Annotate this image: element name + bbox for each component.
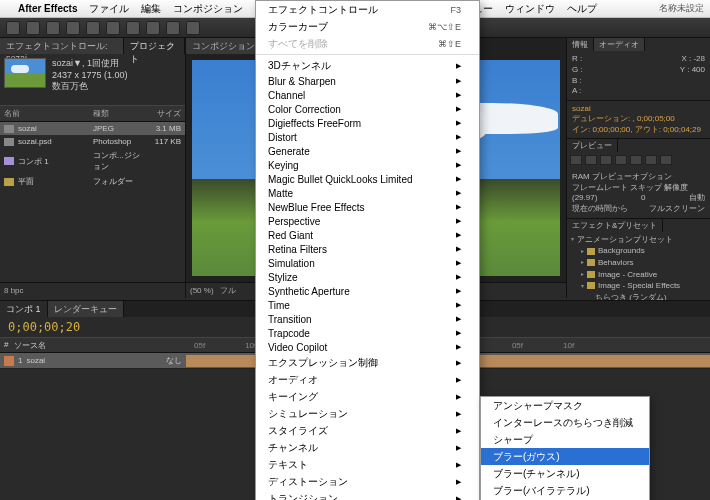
first-frame-button[interactable]: [570, 155, 582, 165]
tab-audio[interactable]: オーディオ: [594, 38, 645, 51]
tool-zoom[interactable]: [46, 21, 60, 35]
folder-icon: [587, 282, 595, 289]
app-name[interactable]: After Effects: [18, 3, 77, 14]
tab-effect-controls[interactable]: エフェクトコントロール: sozai: [0, 38, 124, 54]
menu-category[interactable]: ディストーション▶: [256, 473, 479, 490]
menu-category[interactable]: スタイライズ▶: [256, 422, 479, 439]
menu-category[interactable]: オーディオ▶: [256, 371, 479, 388]
res-dropdown[interactable]: フル: [220, 285, 236, 296]
project-row[interactable]: sozai JPEG 3.1 MB: [0, 122, 185, 135]
menu-edit[interactable]: 編集: [141, 2, 161, 16]
menu-composition[interactable]: コンポジション: [173, 2, 243, 16]
col-type[interactable]: 種類: [93, 108, 143, 119]
project-row[interactable]: sozai.psd Photoshop 117 KB: [0, 135, 185, 148]
blur-submenu: アンシャープマスクインターレースのちらつき削減シャープブラー(ガウス)ブラー(チ…: [480, 396, 650, 500]
menu-category[interactable]: Generate▶: [256, 144, 479, 158]
res-dropdown[interactable]: 自動: [689, 193, 705, 204]
tab-render-queue[interactable]: レンダーキュー: [48, 301, 124, 317]
fps-dropdown[interactable]: (29.97): [572, 193, 597, 204]
loop-button[interactable]: [645, 155, 657, 165]
menu-category[interactable]: Retina Filters▶: [256, 242, 479, 256]
menu-category[interactable]: 3Dチャンネル▶: [256, 57, 479, 74]
submenu-item[interactable]: アンシャープマスク: [481, 397, 649, 414]
tool-brush[interactable]: [186, 21, 200, 35]
menu-category[interactable]: Color Correction▶: [256, 102, 479, 116]
menu-category[interactable]: Perspective▶: [256, 214, 479, 228]
comp-tab-label: コンポジション:: [186, 38, 265, 54]
tab-effects-presets[interactable]: エフェクト&プリセット: [567, 219, 663, 232]
menu-item-effect-controls[interactable]: エフェクトコントロールF3: [256, 1, 479, 18]
jpeg-icon: [4, 125, 14, 133]
menu-category[interactable]: Distort▶: [256, 130, 479, 144]
col-size[interactable]: サイズ: [143, 108, 181, 119]
menu-category[interactable]: テキスト▶: [256, 456, 479, 473]
project-panel: エフェクトコントロール: sozai プロジェクト sozai▼, 1回使用 2…: [0, 38, 186, 298]
project-row[interactable]: 平面 フォルダー: [0, 174, 185, 189]
preset-folder[interactable]: Image - Creative: [571, 269, 706, 281]
preset-folder[interactable]: Image - Special Effects: [571, 280, 706, 292]
menu-window[interactable]: ウィンドウ: [505, 2, 555, 16]
menu-category[interactable]: Digieffects FreeForm▶: [256, 116, 479, 130]
tool-hand[interactable]: [26, 21, 40, 35]
bpc-button[interactable]: 8 bpc: [4, 286, 24, 295]
preset-folder[interactable]: アニメーションプリセット: [571, 234, 706, 246]
submenu-item[interactable]: インターレースのちらつき削減: [481, 414, 649, 431]
last-frame-button[interactable]: [630, 155, 642, 165]
folder-icon: [587, 248, 595, 255]
menu-category[interactable]: Red Giant▶: [256, 228, 479, 242]
submenu-item[interactable]: ブラー(バイラテラル): [481, 482, 649, 499]
menu-category[interactable]: Video Copilot▶: [256, 340, 479, 354]
info-duration: デュレーション: , 0;00;05;00: [572, 113, 705, 124]
menu-item-remove-all: すべてを削除⌘⇧E: [256, 35, 479, 52]
menu-category[interactable]: Magic Bullet QuickLooks Limited▶: [256, 172, 479, 186]
project-row[interactable]: コンポ 1 コンポ...ジション: [0, 148, 185, 174]
play-button[interactable]: [600, 155, 612, 165]
tab-project[interactable]: プロジェクト: [124, 38, 185, 54]
menu-category[interactable]: NewBlue Free Effects▶: [256, 200, 479, 214]
menu-category[interactable]: Matte▶: [256, 186, 479, 200]
skip-dropdown[interactable]: 0: [641, 193, 645, 204]
menu-item-color-curve[interactable]: カラーカーブ⌘⌥⇧E: [256, 18, 479, 35]
menu-file[interactable]: ファイル: [89, 2, 129, 16]
layer-color-swatch[interactable]: [4, 356, 14, 366]
menu-category[interactable]: キーイング▶: [256, 388, 479, 405]
menu-category[interactable]: Synthetic Aperture▶: [256, 284, 479, 298]
menu-category[interactable]: Blur & Sharpen▶: [256, 74, 479, 88]
menu-category[interactable]: Stylize▶: [256, 270, 479, 284]
tool-rotate[interactable]: [66, 21, 80, 35]
mute-button[interactable]: [660, 155, 672, 165]
menu-category[interactable]: シミュレーション▶: [256, 405, 479, 422]
tab-preview[interactable]: プレビュー: [567, 139, 618, 152]
info-inout: イン: 0;00;00;00, アウト: 0;00;04;29: [572, 124, 705, 135]
prev-frame-button[interactable]: [585, 155, 597, 165]
submenu-item[interactable]: ブラー(チャンネル): [481, 465, 649, 482]
submenu-item[interactable]: ブラー(ガウス): [481, 448, 649, 465]
menu-category[interactable]: エクスプレッション制御▶: [256, 354, 479, 371]
tab-comp1[interactable]: コンポ 1: [0, 301, 48, 317]
tool-shape[interactable]: [126, 21, 140, 35]
menu-category[interactable]: Channel▶: [256, 88, 479, 102]
next-frame-button[interactable]: [615, 155, 627, 165]
menu-help[interactable]: ヘルプ: [567, 2, 597, 16]
menu-category[interactable]: Trapcode▶: [256, 326, 479, 340]
asset-colors: 数百万色: [52, 81, 128, 93]
tool-selection[interactable]: [6, 21, 20, 35]
tool-text[interactable]: [166, 21, 180, 35]
project-thumbnail: [4, 58, 46, 88]
tool-pen[interactable]: [146, 21, 160, 35]
menu-category[interactable]: Keying▶: [256, 158, 479, 172]
tab-info[interactable]: 情報: [567, 38, 594, 51]
menu-category[interactable]: Transition▶: [256, 312, 479, 326]
tool-camera[interactable]: [86, 21, 100, 35]
tool-pan-behind[interactable]: [106, 21, 120, 35]
zoom-dropdown[interactable]: (50 %): [190, 286, 214, 295]
menu-category[interactable]: トランジション▶: [256, 490, 479, 500]
menu-category[interactable]: Simulation▶: [256, 256, 479, 270]
menu-category[interactable]: Time▶: [256, 298, 479, 312]
folder-icon: [587, 271, 595, 278]
preset-folder[interactable]: Behaviors: [571, 257, 706, 269]
preset-folder[interactable]: Backgrounds: [571, 245, 706, 257]
menu-category[interactable]: チャンネル▶: [256, 439, 479, 456]
col-name[interactable]: 名前: [4, 108, 93, 119]
submenu-item[interactable]: シャープ: [481, 431, 649, 448]
